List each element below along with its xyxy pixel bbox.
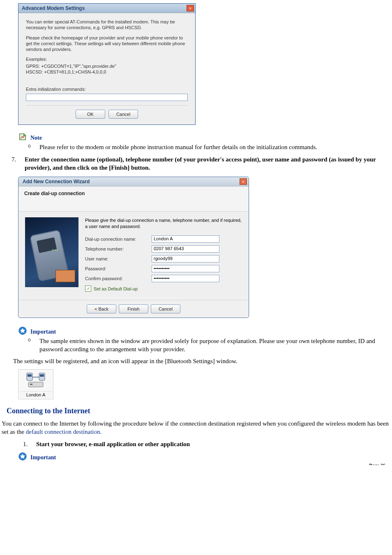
step-number: 1. xyxy=(23,440,30,448)
examples-heading: Examples: xyxy=(26,56,188,62)
close-icon[interactable]: × xyxy=(187,5,194,12)
default-connection-destination-link[interactable]: default connection destination. xyxy=(26,428,102,435)
step-text: Start your browser, e-mail application o… xyxy=(36,440,390,448)
add-new-connection-wizard-dialog: Add New Connection Wizard × Create dial-… xyxy=(18,177,249,318)
confirm-password-input[interactable]: •••••••••• xyxy=(152,275,219,282)
finish-button[interactable]: Finish xyxy=(119,304,148,313)
wizard-intro: Please give the dial-up connection a nam… xyxy=(85,217,242,230)
note-bullet: o Please refer to the modem or mobile ph… xyxy=(28,143,390,151)
dialog-titlebar: Advanced Modem Settings × xyxy=(18,4,195,13)
close-icon[interactable]: × xyxy=(240,178,247,185)
telephone-number-input[interactable]: 0207 987 6543 xyxy=(152,245,219,253)
note-callout: Note xyxy=(18,132,390,141)
note-icon xyxy=(18,132,27,141)
important-icon xyxy=(18,326,27,335)
password-label: Password: xyxy=(85,266,147,271)
password-input[interactable]: •••••••••• xyxy=(152,265,219,272)
section-heading: Connecting to the Internet xyxy=(7,407,390,415)
note-label: Note xyxy=(30,135,42,141)
note-text: Please refer to the modem or mobile phon… xyxy=(39,143,390,151)
important-label: Important xyxy=(30,454,56,461)
connection-name-input[interactable]: London A xyxy=(152,235,219,243)
step-text: Enter the connection name (optional), te… xyxy=(25,155,390,172)
ok-button[interactable]: OK xyxy=(76,110,105,119)
example-line: GPRS: +CGDCONT=1,"IP","apn.provider.de" xyxy=(26,63,188,69)
important-text: The sample entries shown in the window a… xyxy=(39,337,390,354)
important-bullet: o The sample entries shown in the window… xyxy=(28,337,390,354)
svg-rect-7 xyxy=(30,384,32,385)
page-number: Page 36 xyxy=(369,463,385,465)
extra-commands-input[interactable] xyxy=(26,94,188,101)
wizard-subheading: Create dial-up connection xyxy=(18,187,249,212)
bullet-marker: o xyxy=(28,143,32,151)
checkbox-icon: ✓ xyxy=(85,286,91,292)
important-callout: Important xyxy=(18,452,390,461)
telephone-number-label: Telephone number: xyxy=(85,246,147,251)
svg-rect-3 xyxy=(28,374,32,377)
user-name-label: User name: xyxy=(85,256,147,261)
wizard-illustration: ••• xyxy=(25,217,78,287)
wizard-title: Add New Connection Wizard xyxy=(23,179,90,184)
important-callout: Important xyxy=(18,326,390,335)
connection-name-label: Dial-up connection name: xyxy=(85,237,147,242)
dialog-title: Advanced Modem Settings xyxy=(22,5,85,11)
default-dialup-checkbox[interactable]: ✓ Set as Default Dial-up xyxy=(85,286,242,292)
modem-device-icon xyxy=(25,371,46,389)
connection-icon-tile[interactable]: London A xyxy=(18,369,53,399)
step-number: 7. xyxy=(12,155,19,172)
connect-paragraph: You can connect to the Internet by follo… xyxy=(2,419,389,436)
step-1: 1. Start your browser, e-mail applicatio… xyxy=(23,440,390,448)
back-button[interactable]: < Back xyxy=(87,304,116,313)
icon-tile-label: London A xyxy=(19,391,52,398)
registered-paragraph: The settings will be registered, and an … xyxy=(13,357,389,365)
cancel-button[interactable]: Cancel xyxy=(108,110,138,119)
extra-commands-label: Extra initialization commands: xyxy=(26,86,188,92)
cancel-button[interactable]: Cancel xyxy=(151,304,180,313)
user-name-input[interactable]: rgoody99 xyxy=(152,255,219,263)
important-icon xyxy=(18,452,27,461)
checkbox-label: Set as Default Dial-up xyxy=(94,286,138,291)
advanced-modem-settings-dialog: Advanced Modem Settings × You can enter … xyxy=(18,3,196,125)
svg-rect-5 xyxy=(40,374,44,377)
dialog-paragraph: You can enter special AT-Commands for th… xyxy=(26,19,188,31)
bullet-marker: o xyxy=(28,337,32,354)
confirm-password-label: Confirm password: xyxy=(85,276,147,281)
important-label: Important xyxy=(30,329,56,335)
example-line: HSCSD: +CBST=81,0,1;+CHSN-4,0,0,0 xyxy=(26,69,188,75)
dialog-paragraph: Please check the homepage of your provid… xyxy=(26,35,188,53)
step-7: 7. Enter the connection name (optional),… xyxy=(12,155,390,172)
